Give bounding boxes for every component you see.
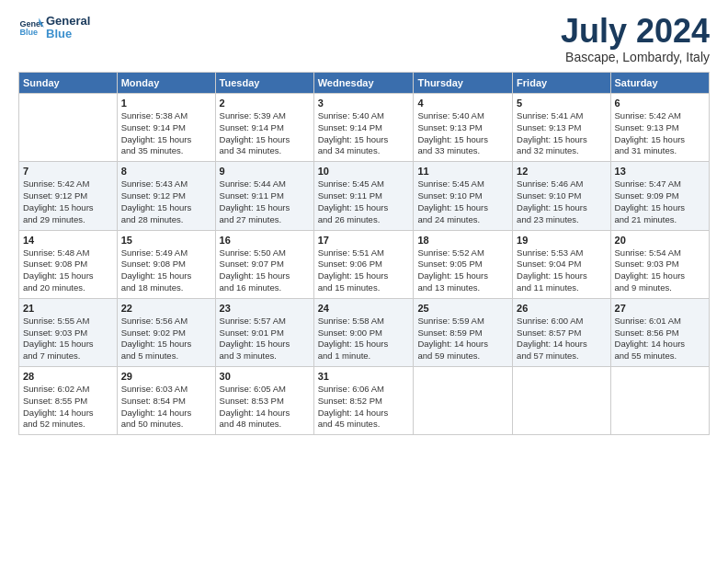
day-number: 12	[517, 166, 606, 177]
day-number: 10	[318, 166, 410, 177]
day-number: 25	[417, 303, 508, 314]
table-cell: 11Sunrise: 5:45 AM Sunset: 9:10 PM Dayli…	[414, 162, 513, 230]
day-number: 14	[23, 235, 113, 246]
day-number: 16	[220, 235, 310, 246]
table-cell: 18Sunrise: 5:52 AM Sunset: 9:05 PM Dayli…	[414, 230, 513, 298]
table-cell: 16Sunrise: 5:50 AM Sunset: 9:07 PM Dayli…	[215, 230, 313, 298]
day-number: 22	[121, 303, 211, 314]
table-cell: 8Sunrise: 5:43 AM Sunset: 9:12 PM Daylig…	[117, 162, 215, 230]
table-cell: 7Sunrise: 5:42 AM Sunset: 9:12 PM Daylig…	[19, 162, 118, 230]
day-info: Sunrise: 5:53 AM Sunset: 9:04 PM Dayligh…	[517, 247, 606, 294]
logo-icon: General Blue	[18, 15, 44, 40]
day-info: Sunrise: 5:51 AM Sunset: 9:06 PM Dayligh…	[318, 247, 410, 294]
day-info: Sunrise: 5:44 AM Sunset: 9:11 PM Dayligh…	[220, 178, 310, 225]
day-number: 31	[318, 371, 410, 382]
table-cell	[610, 367, 709, 435]
table-cell: 12Sunrise: 5:46 AM Sunset: 9:10 PM Dayli…	[513, 162, 610, 230]
day-info: Sunrise: 5:38 AM Sunset: 9:14 PM Dayligh…	[121, 110, 211, 157]
day-info: Sunrise: 6:05 AM Sunset: 8:53 PM Dayligh…	[220, 384, 310, 431]
table-cell: 26Sunrise: 6:00 AM Sunset: 8:57 PM Dayli…	[513, 298, 610, 366]
day-info: Sunrise: 5:46 AM Sunset: 9:10 PM Dayligh…	[517, 178, 606, 225]
day-number: 2	[220, 98, 310, 109]
calendar-week-row: 21Sunrise: 5:55 AM Sunset: 9:03 PM Dayli…	[19, 298, 710, 366]
logo-line2: Blue	[46, 28, 90, 40]
col-thursday: Thursday	[414, 73, 513, 94]
day-info: Sunrise: 5:54 AM Sunset: 9:03 PM Dayligh…	[615, 247, 705, 294]
day-number: 5	[517, 98, 606, 109]
title-block: July 2024 Bascape, Lombardy, Italy	[561, 15, 710, 64]
table-cell: 3Sunrise: 5:40 AM Sunset: 9:14 PM Daylig…	[313, 94, 414, 162]
day-number: 29	[121, 371, 211, 382]
day-number: 13	[615, 166, 705, 177]
table-cell: 14Sunrise: 5:48 AM Sunset: 9:08 PM Dayli…	[19, 230, 118, 298]
day-info: Sunrise: 5:49 AM Sunset: 9:08 PM Dayligh…	[121, 247, 211, 294]
table-cell: 19Sunrise: 5:53 AM Sunset: 9:04 PM Dayli…	[513, 230, 610, 298]
day-info: Sunrise: 5:42 AM Sunset: 9:12 PM Dayligh…	[23, 178, 113, 225]
location: Bascape, Lombardy, Italy	[561, 50, 710, 64]
day-info: Sunrise: 5:39 AM Sunset: 9:14 PM Dayligh…	[220, 110, 310, 157]
day-number: 26	[517, 303, 606, 314]
day-number: 30	[220, 371, 310, 382]
col-sunday: Sunday	[19, 73, 118, 94]
col-saturday: Saturday	[610, 73, 709, 94]
day-info: Sunrise: 5:56 AM Sunset: 9:02 PM Dayligh…	[121, 316, 211, 362]
day-info: Sunrise: 5:40 AM Sunset: 9:14 PM Dayligh…	[318, 110, 410, 157]
table-cell: 22Sunrise: 5:56 AM Sunset: 9:02 PM Dayli…	[117, 298, 215, 366]
table-cell	[414, 367, 513, 435]
table-cell: 1Sunrise: 5:38 AM Sunset: 9:14 PM Daylig…	[117, 94, 215, 162]
col-friday: Friday	[513, 73, 610, 94]
day-number: 27	[615, 303, 705, 314]
day-info: Sunrise: 6:02 AM Sunset: 8:55 PM Dayligh…	[23, 384, 113, 431]
calendar-header-row: Sunday Monday Tuesday Wednesday Thursday…	[19, 73, 710, 94]
day-info: Sunrise: 5:47 AM Sunset: 9:09 PM Dayligh…	[615, 178, 705, 225]
table-cell: 20Sunrise: 5:54 AM Sunset: 9:03 PM Dayli…	[610, 230, 709, 298]
day-info: Sunrise: 5:55 AM Sunset: 9:03 PM Dayligh…	[23, 316, 113, 362]
day-number: 20	[615, 235, 705, 246]
calendar-week-row: 28Sunrise: 6:02 AM Sunset: 8:55 PM Dayli…	[19, 367, 710, 435]
day-number: 6	[615, 98, 705, 109]
table-cell: 31Sunrise: 6:06 AM Sunset: 8:52 PM Dayli…	[313, 367, 414, 435]
day-number: 1	[121, 98, 211, 109]
day-info: Sunrise: 5:45 AM Sunset: 9:10 PM Dayligh…	[417, 178, 508, 225]
day-info: Sunrise: 6:00 AM Sunset: 8:57 PM Dayligh…	[517, 316, 606, 362]
table-cell: 28Sunrise: 6:02 AM Sunset: 8:55 PM Dayli…	[19, 367, 118, 435]
calendar-week-row: 1Sunrise: 5:38 AM Sunset: 9:14 PM Daylig…	[19, 94, 710, 162]
day-info: Sunrise: 5:42 AM Sunset: 9:13 PM Dayligh…	[615, 110, 705, 157]
day-number: 7	[23, 166, 113, 177]
day-number: 19	[517, 235, 606, 246]
day-info: Sunrise: 6:01 AM Sunset: 8:56 PM Dayligh…	[615, 316, 705, 362]
day-info: Sunrise: 6:03 AM Sunset: 8:54 PM Dayligh…	[121, 384, 211, 431]
month-title: July 2024	[561, 15, 710, 48]
day-number: 18	[417, 235, 508, 246]
day-info: Sunrise: 6:06 AM Sunset: 8:52 PM Dayligh…	[318, 384, 410, 431]
table-cell	[19, 94, 118, 162]
day-info: Sunrise: 5:59 AM Sunset: 8:59 PM Dayligh…	[417, 316, 508, 362]
header: General Blue General Blue July 2024 Basc…	[18, 15, 710, 64]
table-cell: 13Sunrise: 5:47 AM Sunset: 9:09 PM Dayli…	[610, 162, 709, 230]
day-number: 24	[318, 303, 410, 314]
col-wednesday: Wednesday	[313, 73, 414, 94]
day-info: Sunrise: 5:41 AM Sunset: 9:13 PM Dayligh…	[517, 110, 606, 157]
day-number: 21	[23, 303, 113, 314]
table-cell: 27Sunrise: 6:01 AM Sunset: 8:56 PM Dayli…	[610, 298, 709, 366]
calendar-table: Sunday Monday Tuesday Wednesday Thursday…	[18, 72, 710, 435]
day-info: Sunrise: 5:50 AM Sunset: 9:07 PM Dayligh…	[220, 247, 310, 294]
table-cell: 17Sunrise: 5:51 AM Sunset: 9:06 PM Dayli…	[313, 230, 414, 298]
svg-text:Blue: Blue	[19, 29, 38, 38]
table-cell: 9Sunrise: 5:44 AM Sunset: 9:11 PM Daylig…	[215, 162, 313, 230]
day-info: Sunrise: 5:43 AM Sunset: 9:12 PM Dayligh…	[121, 178, 211, 225]
day-info: Sunrise: 5:52 AM Sunset: 9:05 PM Dayligh…	[417, 247, 508, 294]
table-cell: 29Sunrise: 6:03 AM Sunset: 8:54 PM Dayli…	[117, 367, 215, 435]
table-cell: 21Sunrise: 5:55 AM Sunset: 9:03 PM Dayli…	[19, 298, 118, 366]
table-cell: 25Sunrise: 5:59 AM Sunset: 8:59 PM Dayli…	[414, 298, 513, 366]
day-info: Sunrise: 5:45 AM Sunset: 9:11 PM Dayligh…	[318, 178, 410, 225]
calendar-week-row: 14Sunrise: 5:48 AM Sunset: 9:08 PM Dayli…	[19, 230, 710, 298]
day-info: Sunrise: 5:40 AM Sunset: 9:13 PM Dayligh…	[417, 110, 508, 157]
day-number: 3	[318, 98, 410, 109]
day-number: 4	[417, 98, 508, 109]
calendar-week-row: 7Sunrise: 5:42 AM Sunset: 9:12 PM Daylig…	[19, 162, 710, 230]
table-cell: 24Sunrise: 5:58 AM Sunset: 9:00 PM Dayli…	[313, 298, 414, 366]
day-number: 15	[121, 235, 211, 246]
col-tuesday: Tuesday	[215, 73, 313, 94]
day-info: Sunrise: 5:57 AM Sunset: 9:01 PM Dayligh…	[220, 316, 310, 362]
